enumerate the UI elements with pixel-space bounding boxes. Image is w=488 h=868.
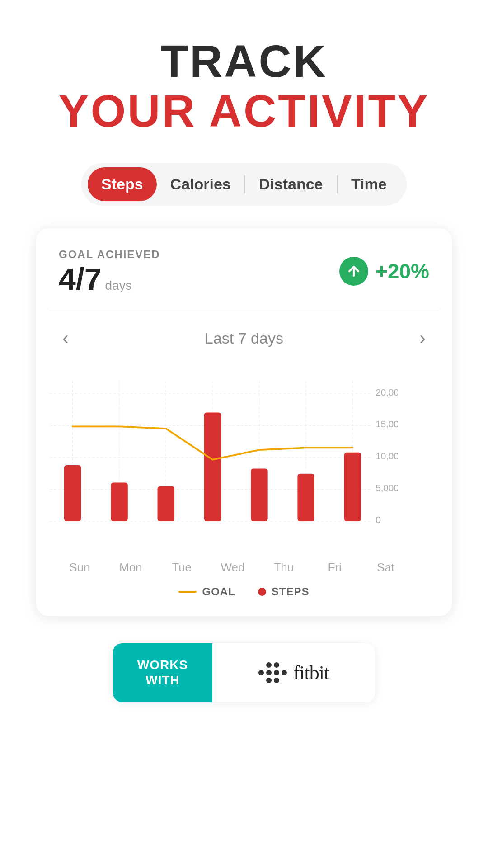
fitbit-right-panel: fitbit (212, 643, 375, 702)
x-label-sun: Sun (54, 561, 105, 575)
fitbit-left-panel: WORKSWITH (113, 643, 212, 702)
fitbit-dots-icon (258, 662, 287, 683)
y-label-10000: 10,000 (375, 451, 398, 461)
goal-value: 4/7 days (59, 264, 160, 294)
tab-bar: Steps Calories Distance Time (81, 163, 407, 206)
up-icon (339, 257, 368, 286)
tab-calories[interactable]: Calories (157, 167, 244, 201)
tab-steps[interactable]: Steps (88, 167, 157, 201)
goal-badge: +20% (339, 257, 429, 286)
fitbit-name: fitbit (293, 661, 329, 684)
y-label-5000: 5,000 (375, 482, 398, 493)
bar-tue (158, 486, 175, 521)
x-label-thu: Thu (258, 561, 309, 575)
bar-mon (111, 482, 128, 521)
y-label-0: 0 (375, 514, 380, 525)
goal-fraction: 4/7 (59, 264, 102, 294)
fitbit-logo: fitbit (258, 661, 329, 684)
next-arrow[interactable]: › (411, 327, 434, 349)
chart-section: ‹ Last 7 days › (36, 311, 452, 616)
chart-container: 0 5,000 10,000 15,000 20,000 (50, 363, 438, 554)
legend-steps-dot (258, 588, 266, 596)
goal-days: days (105, 278, 132, 293)
chart-nav: ‹ Last 7 days › (50, 327, 438, 349)
activity-card: GOAL ACHIEVED 4/7 days +20% ‹ Last 7 day… (36, 228, 452, 616)
percent-text: +20% (375, 259, 429, 283)
prev-arrow[interactable]: ‹ (54, 327, 77, 349)
headline-activity: YOUR ACTIVITY (59, 86, 430, 136)
headline-section: TRACK YOUR ACTIVITY (59, 36, 430, 136)
works-with-text: WORKSWITH (137, 657, 188, 688)
arrow-up-icon (346, 264, 361, 279)
legend-steps-label: STEPS (272, 585, 310, 598)
legend-goal-label: GOAL (202, 585, 235, 598)
x-label-wed: Wed (207, 561, 258, 575)
bar-wed (204, 412, 221, 521)
bar-fri (297, 474, 314, 521)
x-label-sat: Sat (360, 561, 411, 575)
bar-sun (64, 465, 81, 521)
bar-sat (344, 453, 361, 521)
chart-legend: GOAL STEPS (50, 585, 438, 598)
goal-label: GOAL ACHIEVED (59, 248, 160, 261)
y-label-15000: 15,000 (375, 419, 398, 429)
tab-time[interactable]: Time (338, 167, 400, 201)
headline-track: TRACK (59, 36, 430, 86)
x-axis: Sun Mon Tue Wed Thu Fri Sat (50, 554, 438, 575)
legend-steps: STEPS (258, 585, 310, 598)
y-label-20000: 20,000 (375, 387, 398, 397)
card-header: GOAL ACHIEVED 4/7 days +20% (36, 228, 452, 311)
tab-distance[interactable]: Distance (245, 167, 337, 201)
legend-goal-line (178, 591, 197, 593)
x-label-fri: Fri (309, 561, 360, 575)
legend-goal: GOAL (178, 585, 235, 598)
x-label-tue: Tue (156, 561, 207, 575)
chart-svg: 0 5,000 10,000 15,000 20,000 (50, 363, 398, 552)
goal-achieved-section: GOAL ACHIEVED 4/7 days (59, 248, 160, 294)
bar-thu (251, 468, 268, 521)
x-label-mon: Mon (105, 561, 156, 575)
fitbit-banner: WORKSWITH fitbit (113, 643, 375, 702)
chart-title: Last 7 days (205, 330, 283, 347)
